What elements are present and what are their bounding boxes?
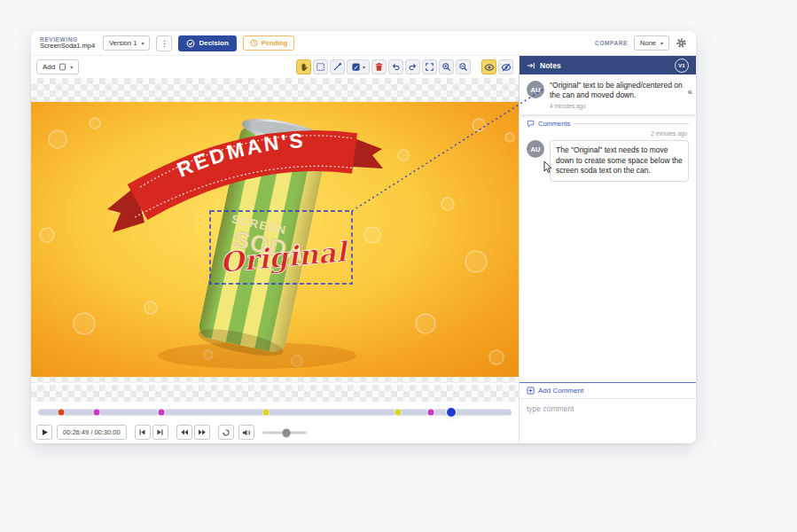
filename: ScreenSoda1.mp4: [40, 43, 95, 50]
notes-panel: Notes V1 AU "Original" text to be aligne…: [519, 56, 696, 443]
volume-slider[interactable]: [262, 426, 307, 439]
skip-buttons: [135, 425, 168, 440]
note-item[interactable]: AU "Original" text to be aligned/centere…: [520, 74, 696, 114]
zoom-in-button[interactable]: [439, 59, 454, 74]
note-timestamp: 4 minutes ago: [550, 103, 684, 109]
comment-text[interactable]: The "Original" text needs to move down t…: [550, 140, 689, 181]
comment-input[interactable]: [520, 399, 696, 443]
chevron-down-icon: ▾: [660, 40, 663, 46]
comment-item: AU The "Original" text needs to move dow…: [520, 138, 696, 186]
version-select-value: Version 1: [109, 39, 137, 47]
comments-divider: [574, 123, 689, 124]
undo-icon: [391, 62, 401, 72]
hide-annotations-button[interactable]: [498, 59, 513, 74]
add-comment-label: Add Comment: [538, 387, 583, 395]
rewind-icon: [180, 428, 189, 436]
chevron-down-icon: ▾: [363, 64, 365, 70]
redo-button[interactable]: [405, 59, 420, 74]
app-header: REVIEWING ScreenSoda1.mp4 Version 1 ▾ ⋮ …: [31, 31, 696, 56]
skip-start-icon: [138, 428, 146, 436]
file-info: REVIEWING ScreenSoda1.mp4: [40, 36, 95, 50]
note-text: "Original" text to be aligned/centered o…: [550, 81, 684, 100]
notes-header: Notes V1: [520, 56, 696, 74]
pan-tool-button[interactable]: [296, 59, 311, 74]
app-window: REVIEWING ScreenSoda1.mp4 Version 1 ▾ ⋮ …: [31, 31, 696, 443]
rectangle-select-tool-button[interactable]: [313, 59, 328, 74]
chevron-down-icon: ▾: [70, 64, 73, 70]
zoom-in-icon: [441, 62, 451, 72]
filmstrip[interactable]: [31, 383, 519, 403]
gear-icon: [676, 37, 687, 49]
time-display: 00:26:49 / 00:30:00: [57, 425, 127, 440]
page-background: REVIEWING ScreenSoda1.mp4 Version 1 ▾ ⋮ …: [0, 0, 797, 532]
expand-icon: [425, 62, 434, 72]
more-options-button[interactable]: ⋮: [156, 35, 172, 51]
video-frame[interactable]: SCREEN SODA Original REDMAN'S: [31, 102, 519, 377]
settings-button[interactable]: [676, 37, 687, 49]
avatar: AU: [527, 81, 544, 98]
timeline-scrubber: [31, 403, 519, 421]
pen-line-icon: [332, 62, 342, 72]
decision-seal-icon: [186, 39, 195, 48]
delete-annotation-button[interactable]: [371, 59, 387, 74]
status-badge[interactable]: Pending: [243, 35, 295, 51]
status-label: Pending: [262, 39, 288, 47]
timeline-marker[interactable]: [159, 410, 165, 416]
add-comment-button[interactable]: Add Comment: [520, 382, 696, 399]
canvas-area[interactable]: SCREEN SODA Original REDMAN'S: [31, 78, 519, 383]
undo-button[interactable]: [388, 59, 403, 74]
version-select[interactable]: Version 1 ▾: [103, 35, 150, 51]
volume-knob[interactable]: [283, 428, 291, 436]
notes-title: Notes: [540, 61, 561, 70]
comment-timestamp: 2 minutes ago: [520, 130, 696, 138]
hand-icon: [299, 62, 309, 72]
add-button[interactable]: Add ▾: [36, 59, 79, 74]
timeline-marker[interactable]: [58, 410, 64, 416]
playhead-marker[interactable]: [447, 408, 456, 417]
player-controls: 00:26:49 / 00:30:00: [31, 421, 519, 443]
seek-buttons: [176, 425, 210, 440]
collapse-panel-icon[interactable]: [527, 61, 535, 70]
decision-label: Decision: [199, 39, 228, 47]
viewer-region: Add ▾: [31, 56, 519, 443]
tool-group: ▾: [296, 59, 513, 74]
play-icon: [41, 428, 49, 436]
decision-button[interactable]: Decision: [178, 35, 236, 51]
trash-icon: [374, 62, 384, 72]
clock-icon: [250, 39, 258, 47]
timeline-marker[interactable]: [428, 410, 434, 416]
timeline-marker[interactable]: [395, 410, 402, 416]
zoom-out-icon: [458, 62, 468, 72]
fast-forward-button[interactable]: [194, 425, 210, 440]
color-swatch-icon: [351, 62, 361, 72]
add-label: Add: [43, 63, 55, 71]
panel-spacer: [520, 187, 696, 383]
kebab-icon: ⋮: [160, 39, 168, 48]
comments-section-header: Comments: [520, 114, 696, 130]
skip-to-end-button[interactable]: [152, 425, 168, 440]
marquee-icon: [316, 62, 325, 72]
play-button[interactable]: [36, 425, 52, 440]
skip-to-start-button[interactable]: [135, 425, 151, 440]
volume-button[interactable]: [238, 425, 254, 440]
collapse-note-button[interactable]: «: [685, 87, 694, 97]
comments-label: Comments: [538, 120, 570, 128]
redo-icon: [408, 62, 418, 72]
compare-select[interactable]: None ▾: [634, 35, 669, 51]
version-badge[interactable]: V1: [675, 59, 689, 73]
line-tool-button[interactable]: [330, 59, 345, 74]
timeline-markers: [38, 403, 512, 421]
speaker-icon: [242, 428, 251, 437]
loop-button[interactable]: [218, 425, 234, 440]
fast-forward-icon: [198, 428, 207, 436]
rewind-button[interactable]: [176, 425, 192, 440]
video-scene: SCREEN SODA Original REDMAN'S: [31, 102, 519, 377]
show-annotations-button[interactable]: [481, 59, 496, 74]
timeline-marker[interactable]: [93, 410, 99, 416]
skip-end-icon: [156, 428, 164, 436]
fit-screen-button[interactable]: [422, 59, 437, 74]
timeline-marker[interactable]: [262, 410, 269, 416]
annotation-color-button[interactable]: ▾: [347, 59, 370, 74]
comment-bubble-icon: [527, 120, 535, 128]
zoom-out-button[interactable]: [456, 59, 471, 74]
